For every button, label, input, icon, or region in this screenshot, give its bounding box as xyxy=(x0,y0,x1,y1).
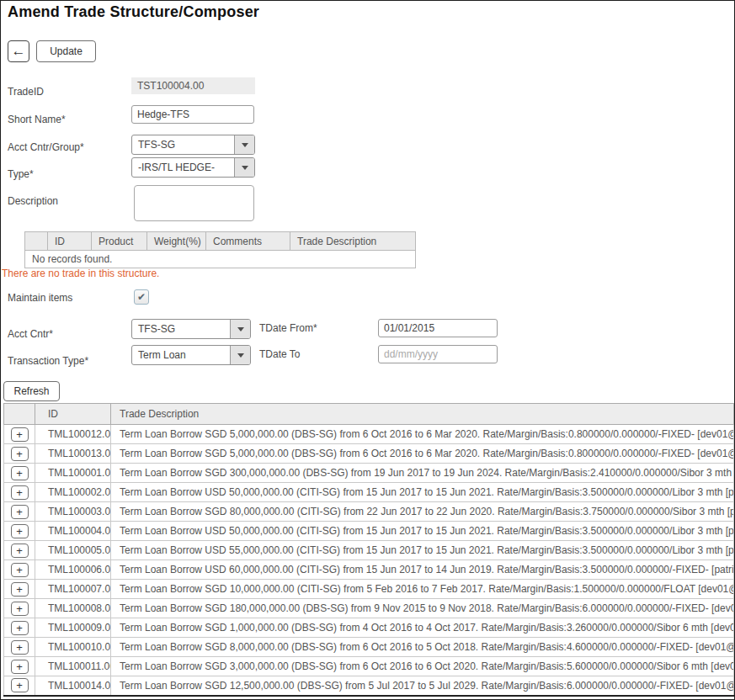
table-row: + TML100009.00 Term Loan Borrow SGD 1,00… xyxy=(4,618,734,638)
table-row: + TML100014.00 Term Loan Borrow SGD 12,5… xyxy=(4,676,734,696)
trades-header-expand xyxy=(4,404,35,425)
acct-cntr-group-dropdown-trigger[interactable] xyxy=(234,135,254,154)
acct-cntr-dropdown-trigger[interactable] xyxy=(230,320,250,338)
trades-header-description: Trade Description xyxy=(111,404,734,425)
table-row: + TML100005.00 Term Loan Borrow USD 55,0… xyxy=(4,541,734,560)
trade-description-cell: Term Loan Borrow SGD 5,000,000.00 (DBS-S… xyxy=(111,425,734,444)
chevron-down-icon xyxy=(242,143,248,147)
expand-cell: + xyxy=(4,676,35,696)
expand-cell: + xyxy=(4,599,35,618)
trade-description-cell: Term Loan Borrow SGD 3,000,000.00 (DBS-S… xyxy=(111,657,734,676)
expand-row-button[interactable]: + xyxy=(11,544,29,558)
trade-id-cell: TML100008.00 xyxy=(35,599,111,618)
amend-trade-structure-page: { "page": { "title": "Amend Trade Struct… xyxy=(0,0,735,700)
trade-id-cell: TML100005.00 xyxy=(35,541,111,560)
transaction-type-label: Transaction Type* xyxy=(8,355,88,367)
trades-table: ID Trade Description + TML100012.00 Term… xyxy=(3,403,734,697)
expand-row-button[interactable]: + xyxy=(11,447,29,461)
expand-row-button[interactable]: + xyxy=(11,485,29,500)
plus-icon: + xyxy=(16,565,23,575)
expand-cell: + xyxy=(4,464,35,483)
trade-id-cell: TML100007.00 xyxy=(35,580,111,599)
table-row: + TML100002.00 Term Loan Borrow USD 50,0… xyxy=(4,483,734,502)
plus-icon: + xyxy=(16,584,23,595)
chevron-down-icon xyxy=(242,166,248,170)
trade-description-cell: Term Loan Borrow SGD 80,000,000.00 (CITI… xyxy=(111,502,734,522)
expand-row-button[interactable]: + xyxy=(11,640,29,655)
trade-id-cell: TML100002.00 xyxy=(35,483,111,502)
short-name-input[interactable] xyxy=(131,105,254,124)
plus-icon: + xyxy=(16,429,23,440)
tdate-from-label: TDate From* xyxy=(259,322,317,334)
acct-cntr-group-value: TFS-SG xyxy=(132,135,234,154)
maintain-items-checkbox[interactable]: ✔ xyxy=(134,289,149,305)
page-title: Amend Trade Structure/Composer xyxy=(8,3,259,21)
expand-cell: + xyxy=(4,580,35,599)
trade-id-cell: TML100010.00 xyxy=(35,638,111,657)
expand-row-button[interactable]: + xyxy=(11,582,29,597)
no-records-message: No records found. xyxy=(25,251,416,268)
trade-id-cell: TML100004.00 xyxy=(35,522,111,541)
type-select[interactable]: -IRS/TL HEDGE- xyxy=(131,157,255,178)
description-textarea[interactable] xyxy=(134,185,254,221)
expand-row-button[interactable]: + xyxy=(11,602,29,616)
trade-id-cell: TML100009.00 xyxy=(35,618,111,638)
expand-cell: + xyxy=(4,560,35,580)
items-header-comments: Comments xyxy=(206,232,290,251)
items-header-expand xyxy=(25,232,48,251)
trades-table-header-row: ID Trade Description xyxy=(4,404,734,425)
expand-row-button[interactable]: + xyxy=(11,524,29,538)
table-row: + TML100010.00 Term Loan Borrow SGD 8,00… xyxy=(4,638,734,657)
items-table-empty-row: No records found. xyxy=(25,251,416,268)
trade-description-cell: Term Loan Borrow USD 50,000,000.00 (CITI… xyxy=(111,483,734,502)
chevron-down-icon xyxy=(237,327,244,331)
trade-id-cell: TML100012.00 xyxy=(35,425,111,444)
acct-cntr-group-select[interactable]: TFS-SG xyxy=(131,135,255,155)
plus-icon: + xyxy=(16,680,23,691)
trade-description-cell: Term Loan Borrow SGD 1,000,000.00 (DBS-S… xyxy=(111,618,734,638)
table-row: + TML100012.00 Term Loan Borrow SGD 5,00… xyxy=(4,425,734,444)
trade-id-cell: TML100014.00 xyxy=(35,676,111,696)
tdate-to-input[interactable] xyxy=(378,345,498,363)
plus-icon: + xyxy=(16,448,23,459)
trade-description-cell: Term Loan Borrow SGD 180,000,000.00 (DBS… xyxy=(111,599,734,618)
transaction-type-select[interactable]: Term Loan xyxy=(131,345,251,365)
transaction-type-dropdown-trigger[interactable] xyxy=(230,346,250,364)
check-icon: ✔ xyxy=(137,291,146,303)
table-row: + TML100004.00 Term Loan Borrow USD 50,0… xyxy=(4,522,734,541)
update-button[interactable]: Update xyxy=(36,40,96,62)
acct-cntr-value: TFS-SG xyxy=(132,320,230,338)
trade-id-cell: TML100013.00 xyxy=(35,444,111,464)
plus-icon: + xyxy=(16,623,23,634)
acct-cntr-label: Acct Cntr* xyxy=(8,328,53,340)
expand-cell: + xyxy=(4,502,35,522)
trade-description-cell: Term Loan Borrow USD 60,000,000.00 (CITI… xyxy=(111,560,734,580)
type-dropdown-trigger[interactable] xyxy=(234,158,254,177)
expand-row-button[interactable]: + xyxy=(11,505,29,519)
expand-cell: + xyxy=(4,425,35,444)
refresh-button[interactable]: Refresh xyxy=(3,381,60,401)
tdate-from-input[interactable] xyxy=(378,319,498,337)
expand-row-button[interactable]: + xyxy=(11,621,29,635)
no-trade-warning: There are no trade in this structure. xyxy=(2,268,159,279)
expand-row-button[interactable]: + xyxy=(11,427,29,442)
table-row: + TML100008.00 Term Loan Borrow SGD 180,… xyxy=(4,599,734,618)
tradeid-field: TST100004.00 xyxy=(131,77,255,94)
expand-row-button[interactable]: + xyxy=(11,660,29,674)
transaction-type-value: Term Loan xyxy=(132,346,230,364)
acct-cntr-select[interactable]: TFS-SG xyxy=(131,319,251,339)
chevron-down-icon xyxy=(237,353,244,358)
trades-header-id: ID xyxy=(35,404,111,425)
back-button[interactable]: ← xyxy=(8,40,29,62)
expand-row-button[interactable]: + xyxy=(11,563,29,577)
trade-description-cell: Term Loan Borrow USD 55,000,000.00 (CITI… xyxy=(111,541,734,560)
expand-cell: + xyxy=(4,541,35,560)
plus-icon: + xyxy=(16,468,23,479)
table-row: + TML100003.00 Term Loan Borrow SGD 80,0… xyxy=(4,502,734,522)
trade-id-cell: TML100011.00 xyxy=(35,657,111,676)
tdate-to-label: TDate To xyxy=(259,348,300,360)
expand-row-button[interactable]: + xyxy=(11,678,29,692)
expand-row-button[interactable]: + xyxy=(11,466,29,480)
type-value: -IRS/TL HEDGE- xyxy=(132,158,234,177)
trade-description-cell: Term Loan Borrow SGD 10,000,000.00 (CITI… xyxy=(111,580,734,599)
